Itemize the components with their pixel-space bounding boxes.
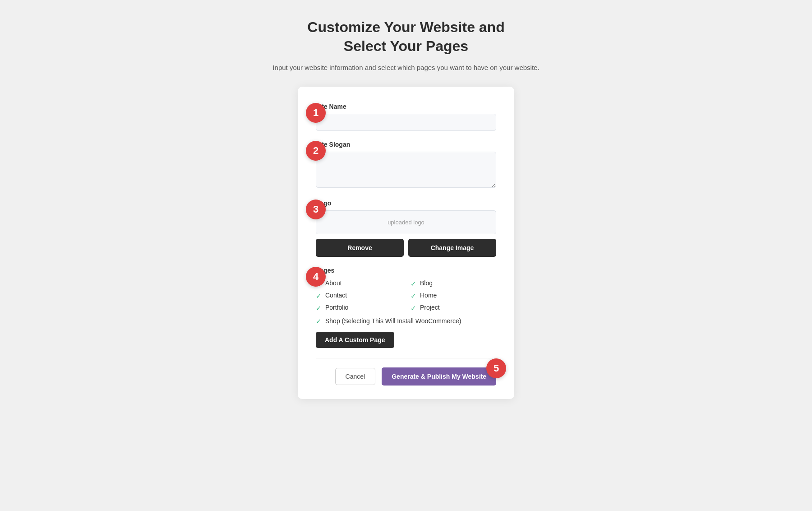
site-slogan-section: 2 Site Slogan xyxy=(316,141,496,190)
pages-section: 4 Pages ✓ About ✓ Blog ✓ Contact xyxy=(316,267,496,348)
site-name-section: 1 Site Name xyxy=(316,103,496,131)
check-icon: ✓ xyxy=(411,292,416,300)
add-custom-page-button[interactable]: Add A Custom Page xyxy=(316,332,394,348)
pages-label: Pages xyxy=(316,267,496,274)
pages-grid: ✓ About ✓ Blog ✓ Contact ✓ Home xyxy=(316,279,496,312)
step-4-badge: 4 xyxy=(306,267,326,287)
step-5-badge: 5 xyxy=(486,358,506,378)
page-name: Project xyxy=(420,304,440,311)
list-item: ✓ About xyxy=(316,279,401,288)
logo-section: 3 Logo uploaded logo Remove Change Image xyxy=(316,200,496,257)
page-name: Contact xyxy=(325,292,347,299)
site-name-label: Site Name xyxy=(316,103,496,110)
check-icon: ✓ xyxy=(411,280,416,288)
step-3-badge: 3 xyxy=(306,200,326,219)
site-slogan-label: Site Slogan xyxy=(316,141,496,148)
page-name: About xyxy=(325,279,342,287)
form-card-wrapper: 1 Site Name 2 Site Slogan 3 Logo uploade… xyxy=(298,87,514,400)
logo-buttons: Remove Change Image xyxy=(316,239,496,257)
page-name: Blog xyxy=(420,279,433,287)
site-name-input[interactable] xyxy=(316,114,496,131)
site-slogan-input[interactable] xyxy=(316,152,496,188)
list-item: ✓ Portfolio xyxy=(316,304,401,312)
page-name: Portfolio xyxy=(325,304,348,311)
cancel-button[interactable]: Cancel xyxy=(335,368,376,385)
check-icon: ✓ xyxy=(316,317,322,325)
shop-page-label: Shop (Selecting This Will Install WooCom… xyxy=(325,317,461,326)
card-footer: Cancel Generate & Publish My Website 5 xyxy=(316,358,496,386)
step-2-badge: 2 xyxy=(306,141,326,161)
form-card: 1 Site Name 2 Site Slogan 3 Logo uploade… xyxy=(298,87,514,400)
step-1-badge: 1 xyxy=(306,103,326,123)
list-item: ✓ Home xyxy=(411,292,496,300)
list-item: ✓ Project xyxy=(411,304,496,312)
check-icon: ✓ xyxy=(316,304,322,312)
logo-label: Logo xyxy=(316,200,496,207)
page-name: Home xyxy=(420,292,437,299)
list-item: ✓ Blog xyxy=(411,279,496,288)
publish-button[interactable]: Generate & Publish My Website xyxy=(382,367,496,386)
list-item: ✓ Contact xyxy=(316,292,401,300)
logo-preview: uploaded logo xyxy=(316,210,496,234)
remove-button[interactable]: Remove xyxy=(316,239,404,257)
check-icon: ✓ xyxy=(411,304,416,312)
page-subtitle: Input your website information and selec… xyxy=(272,63,539,73)
page-title: Customize Your Website and Select Your P… xyxy=(272,18,539,56)
check-icon: ✓ xyxy=(316,292,322,300)
page-header: Customize Your Website and Select Your P… xyxy=(272,18,539,73)
change-image-button[interactable]: Change Image xyxy=(408,239,496,257)
shop-row: ✓ Shop (Selecting This Will Install WooC… xyxy=(316,317,496,326)
logo-placeholder-text: uploaded logo xyxy=(388,219,424,226)
